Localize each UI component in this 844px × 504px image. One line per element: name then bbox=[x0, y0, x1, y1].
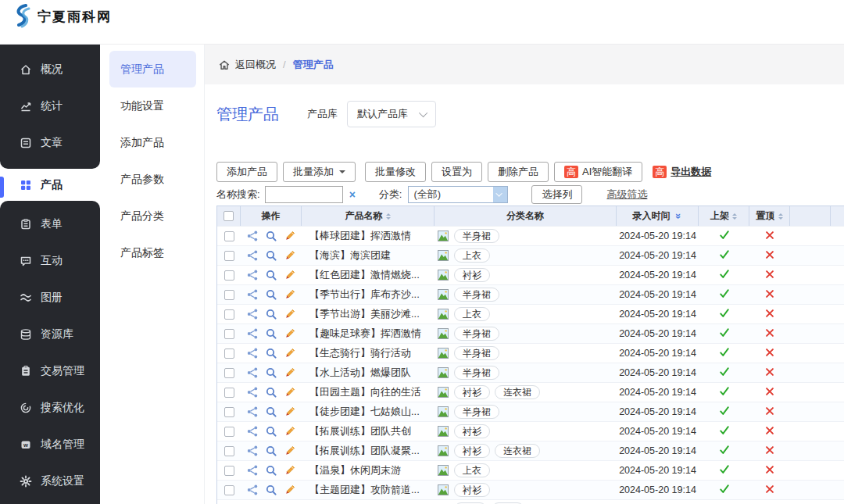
select-dropdown-zone[interactable] bbox=[493, 187, 507, 202]
product-name[interactable]: 【生态骑行】骑行活动 bbox=[309, 346, 411, 360]
preview-icon[interactable] bbox=[265, 406, 277, 418]
share-icon[interactable] bbox=[246, 484, 259, 496]
check-icon[interactable] bbox=[719, 406, 730, 419]
product-name[interactable]: 【海滨】海滨团建 bbox=[309, 248, 391, 263]
cross-icon[interactable] bbox=[764, 347, 775, 360]
row-checkbox[interactable] bbox=[224, 368, 234, 378]
edit-icon[interactable] bbox=[284, 386, 296, 399]
cross-icon[interactable] bbox=[764, 445, 775, 458]
share-icon[interactable] bbox=[246, 269, 259, 281]
check-icon[interactable] bbox=[719, 425, 730, 438]
name-search-input[interactable] bbox=[265, 186, 343, 203]
cross-icon[interactable] bbox=[764, 269, 775, 282]
preview-icon[interactable] bbox=[265, 269, 277, 281]
cross-icon[interactable] bbox=[764, 288, 775, 302]
row-checkbox[interactable] bbox=[224, 231, 234, 241]
set-as-button[interactable]: 设置为 bbox=[431, 162, 482, 182]
edit-icon[interactable] bbox=[284, 269, 296, 281]
sort-icon[interactable] bbox=[386, 211, 391, 222]
edit-icon[interactable] bbox=[284, 445, 296, 457]
preview-icon[interactable] bbox=[265, 249, 277, 262]
share-icon[interactable] bbox=[246, 406, 259, 418]
sort-icon[interactable] bbox=[732, 211, 737, 222]
col-header-entry-time[interactable]: 录入时间 bbox=[617, 206, 699, 226]
check-icon[interactable] bbox=[719, 230, 730, 243]
preview-icon[interactable] bbox=[265, 230, 277, 242]
preview-icon[interactable] bbox=[265, 425, 277, 438]
row-checkbox[interactable] bbox=[224, 485, 234, 495]
row-checkbox[interactable] bbox=[224, 270, 234, 281]
share-icon[interactable] bbox=[246, 445, 259, 457]
product-name[interactable]: 【主题团建】攻防箭道... bbox=[309, 483, 420, 497]
product-name[interactable]: 【季节出行】库布齐沙... bbox=[309, 288, 420, 302]
select-all-checkbox[interactable] bbox=[224, 211, 234, 221]
product-name[interactable]: 【趣味足球赛】挥洒激情 bbox=[309, 327, 421, 341]
product-thumbnail-icon[interactable] bbox=[438, 270, 449, 281]
row-checkbox[interactable] bbox=[224, 251, 234, 261]
cross-icon[interactable] bbox=[764, 464, 775, 477]
clear-search-icon[interactable]: × bbox=[349, 188, 356, 201]
library-select[interactable]: 默认产品库 bbox=[347, 101, 436, 127]
row-checkbox[interactable] bbox=[224, 466, 234, 476]
product-name[interactable]: 【拓展训练】团队共创 bbox=[309, 424, 411, 438]
row-checkbox[interactable] bbox=[224, 309, 234, 320]
sidebar-item-transactions[interactable]: 交易管理 bbox=[0, 352, 100, 389]
check-icon[interactable] bbox=[719, 386, 730, 399]
share-icon[interactable] bbox=[246, 249, 259, 262]
product-name[interactable]: 【水上活动】燃爆团队 bbox=[309, 366, 411, 380]
cross-icon[interactable] bbox=[764, 406, 775, 419]
product-thumbnail-icon[interactable] bbox=[438, 348, 449, 359]
edit-icon[interactable] bbox=[284, 308, 296, 320]
product-thumbnail-icon[interactable] bbox=[438, 309, 449, 320]
sidebar-item-resources[interactable]: 资源库 bbox=[0, 316, 100, 352]
submenu-item-add-product[interactable]: 添加产品 bbox=[109, 124, 196, 161]
col-header-listed[interactable]: 上架 bbox=[699, 206, 749, 226]
product-thumbnail-icon[interactable] bbox=[438, 484, 449, 495]
sidebar-item-settings[interactable]: 系统设置 bbox=[0, 463, 100, 499]
check-icon[interactable] bbox=[719, 464, 730, 477]
product-thumbnail-icon[interactable] bbox=[438, 328, 449, 339]
product-thumbnail-icon[interactable] bbox=[438, 465, 449, 476]
batch-edit-button[interactable]: 批量修改 bbox=[365, 162, 426, 182]
row-checkbox[interactable] bbox=[224, 290, 234, 300]
sidebar-item-interaction[interactable]: 互动 bbox=[0, 242, 100, 279]
sidebar-item-products[interactable]: 产品 bbox=[0, 169, 100, 201]
share-icon[interactable] bbox=[246, 386, 259, 399]
check-icon[interactable] bbox=[719, 269, 730, 282]
cross-icon[interactable] bbox=[764, 366, 775, 380]
check-icon[interactable] bbox=[719, 445, 730, 458]
sidebar-item-articles[interactable]: 文章 bbox=[0, 124, 100, 161]
check-icon[interactable] bbox=[719, 366, 730, 380]
preview-icon[interactable] bbox=[265, 347, 277, 359]
row-checkbox[interactable] bbox=[224, 446, 234, 456]
edit-icon[interactable] bbox=[284, 249, 296, 262]
cross-icon[interactable] bbox=[764, 386, 775, 399]
sidebar-item-domains[interactable]: w 域名管理 bbox=[0, 426, 100, 463]
add-product-button[interactable]: 添加产品 bbox=[216, 162, 277, 182]
product-thumbnail-icon[interactable] bbox=[438, 445, 449, 456]
preview-icon[interactable] bbox=[265, 464, 277, 477]
export-data-link[interactable]: 高导出数据 bbox=[653, 165, 711, 179]
edit-icon[interactable] bbox=[284, 425, 296, 438]
product-thumbnail-icon[interactable] bbox=[438, 231, 449, 241]
submenu-item-product-categories[interactable]: 产品分类 bbox=[109, 198, 196, 234]
product-thumbnail-icon[interactable] bbox=[438, 250, 449, 261]
sidebar-item-albums[interactable]: 图册 bbox=[0, 279, 100, 316]
product-name[interactable]: 【红色团建】激情燃烧... bbox=[309, 268, 420, 282]
preview-icon[interactable] bbox=[265, 445, 277, 457]
edit-icon[interactable] bbox=[284, 230, 296, 242]
submenu-item-product-tags[interactable]: 产品标签 bbox=[109, 234, 196, 271]
breadcrumb-back-link[interactable]: 返回概况 bbox=[235, 58, 276, 72]
edit-icon[interactable] bbox=[284, 327, 296, 340]
product-thumbnail-icon[interactable] bbox=[438, 387, 449, 398]
breadcrumb-home-icon[interactable] bbox=[219, 59, 230, 70]
preview-icon[interactable] bbox=[265, 308, 277, 320]
row-checkbox[interactable] bbox=[224, 427, 234, 437]
submenu-item-product-params[interactable]: 产品参数 bbox=[109, 161, 196, 198]
sidebar-item-forms[interactable]: 表单 bbox=[0, 206, 100, 242]
advanced-filter-link[interactable]: 高级筛选 bbox=[606, 188, 647, 202]
cross-icon[interactable] bbox=[764, 327, 775, 341]
row-checkbox[interactable] bbox=[224, 388, 234, 398]
preview-icon[interactable] bbox=[265, 386, 277, 399]
share-icon[interactable] bbox=[246, 464, 259, 477]
